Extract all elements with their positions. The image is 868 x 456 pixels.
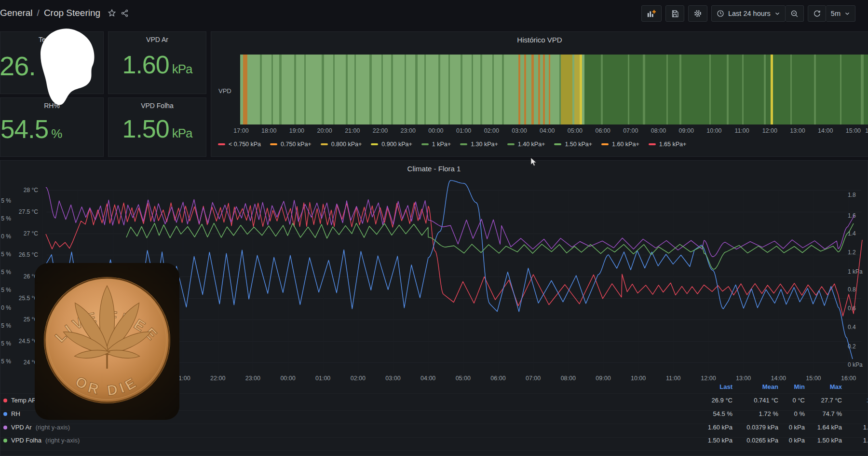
stat-panel-vpd-ar[interactable]: VPD Ar 1.60kPa bbox=[108, 31, 206, 94]
legend-item[interactable]: 1.65 kPa+ bbox=[649, 141, 687, 148]
series-axis-note: (right y-axis) bbox=[36, 424, 70, 431]
chevron-down-icon bbox=[844, 11, 850, 16]
y-tick-kpa: 0.8 bbox=[848, 286, 856, 293]
historico-legend: < 0.750 kPa0.750 kPa+0.800 kPa+0.900 kPa… bbox=[218, 141, 686, 148]
breadcrumb-dashboard[interactable]: Crop Steering bbox=[44, 8, 100, 18]
timeline-segment bbox=[744, 55, 764, 124]
timeline-segment bbox=[473, 55, 480, 124]
timeline-segment bbox=[324, 55, 333, 124]
timeline-segment bbox=[393, 55, 405, 124]
legend-item[interactable]: 1.50 kPa+ bbox=[554, 141, 592, 148]
y-tick-percent: 5 % bbox=[0, 287, 11, 293]
y-tick-percent: 0 % bbox=[0, 233, 11, 240]
legend-item[interactable]: 1.30 kPa+ bbox=[460, 141, 498, 148]
legend-table-value: 1.72 % bbox=[759, 410, 778, 417]
vpd-state-timeline[interactable] bbox=[240, 55, 868, 124]
y-tick-kpa: 1.6 bbox=[848, 212, 856, 219]
legend-table-header-mean[interactable]: Mean bbox=[762, 383, 778, 390]
x-tick-label: 01:00 bbox=[456, 127, 471, 134]
stat-value-vpd-ar: 1.60kPa bbox=[108, 50, 206, 79]
legend-item[interactable]: < 0.750 kPa bbox=[218, 141, 261, 148]
legend-color-dash bbox=[421, 143, 429, 145]
timeline-segment bbox=[729, 55, 742, 124]
legend-label: 0.800 kPa+ bbox=[331, 141, 362, 148]
legend-item[interactable]: 1.60 kPa+ bbox=[601, 141, 639, 148]
legend-table-header-min[interactable]: Min bbox=[794, 383, 805, 390]
y-tick-kpa: 1.2 bbox=[848, 249, 856, 256]
x-tick-label: 22:00 bbox=[210, 375, 225, 382]
timeline-segment bbox=[440, 55, 448, 124]
timeline-segment bbox=[494, 55, 502, 124]
timeline-segment bbox=[504, 55, 518, 124]
timeline-segment bbox=[426, 55, 438, 124]
x-tick-label: 16:00 bbox=[841, 375, 856, 382]
star-icon[interactable] bbox=[108, 9, 116, 17]
legend-table-header-last[interactable]: Last bbox=[719, 383, 732, 390]
legend-label: 1.50 kPa+ bbox=[565, 141, 592, 148]
timeline-segment bbox=[766, 55, 771, 124]
x-tick-label: 09:00 bbox=[679, 127, 694, 134]
x-tick-label: 07:00 bbox=[526, 375, 541, 382]
legend-color-dash bbox=[460, 143, 467, 145]
legend-item[interactable]: 0.750 kPa+ bbox=[270, 141, 312, 148]
legend-color-dash bbox=[270, 143, 277, 145]
legend-series-rh[interactable]: RH bbox=[3, 410, 20, 417]
x-tick-label: 13:00 bbox=[790, 127, 805, 134]
x-tick-label: 13:00 bbox=[736, 375, 751, 382]
timeline-segment bbox=[792, 55, 814, 124]
x-tick-label: 15:00 bbox=[806, 375, 821, 382]
timeline-segment bbox=[296, 55, 304, 124]
x-tick-label: 08:00 bbox=[651, 127, 666, 134]
share-icon[interactable] bbox=[121, 9, 129, 17]
save-dashboard-button[interactable] bbox=[665, 5, 684, 22]
time-range-picker[interactable]: Last 24 hours bbox=[711, 5, 786, 22]
x-tick-label: 06:00 bbox=[595, 127, 610, 134]
legend-table-value: 0 kPa bbox=[789, 437, 805, 444]
breadcrumb-folder[interactable]: General bbox=[0, 8, 33, 18]
timeline-segment bbox=[864, 55, 868, 124]
timeline-segment bbox=[520, 55, 524, 124]
legend-label: 1.30 kPa+ bbox=[471, 141, 498, 148]
white-blob-overlay bbox=[36, 26, 106, 109]
x-tick-label: 19:00 bbox=[289, 127, 304, 134]
legend-table-value: 0.741 °C bbox=[754, 397, 778, 404]
timeline-segment bbox=[841, 55, 861, 124]
dashboard-settings-button[interactable] bbox=[688, 5, 707, 22]
x-tick-label: 23:00 bbox=[245, 375, 260, 382]
legend-table-value: 0.0265 kPa bbox=[746, 437, 778, 444]
x-tick-label: 15:00 bbox=[846, 127, 861, 134]
timeline-segment bbox=[372, 55, 381, 124]
legend-table-value: 0 kPa bbox=[789, 424, 805, 431]
x-tick-label: 00:00 bbox=[280, 375, 295, 382]
refresh-interval-picker[interactable]: 5m bbox=[826, 5, 855, 22]
legend-item[interactable]: 0.800 kPa+ bbox=[321, 141, 362, 148]
legend-item[interactable]: 0.900 kPa+ bbox=[371, 141, 412, 148]
x-tick-label: 14:00 bbox=[771, 375, 786, 382]
timeline-segment bbox=[555, 55, 559, 124]
x-tick-label: 14:00 bbox=[818, 127, 833, 134]
timeline-segment bbox=[584, 55, 601, 124]
add-panel-button[interactable] bbox=[641, 5, 662, 22]
legend-series-vpd-ar[interactable]: VPD Ar(right y-axis) bbox=[3, 424, 70, 431]
legend-item[interactable]: 1.40 kPa+ bbox=[507, 141, 545, 148]
timeline-segment bbox=[306, 55, 322, 124]
x-tick-label: 12:00 bbox=[762, 127, 777, 134]
legend-table-header-max[interactable]: Max bbox=[830, 383, 842, 390]
zoom-out-time-button[interactable] bbox=[786, 5, 804, 22]
series-color-dot bbox=[3, 399, 7, 402]
series-name: VPD Folha bbox=[11, 437, 41, 444]
timeline-segment bbox=[383, 55, 391, 124]
x-tick-label: 10:00 bbox=[706, 127, 721, 134]
timeline-segment bbox=[356, 55, 369, 124]
refresh-button[interactable] bbox=[808, 5, 826, 22]
timeline-segment bbox=[773, 55, 790, 124]
legend-series-temp-ar[interactable]: Temp AR bbox=[3, 397, 37, 404]
legend-table-value: 0 % bbox=[794, 410, 805, 417]
legend-table-value: 1.50 kPa bbox=[863, 437, 868, 444]
legend-series-vpd-folha[interactable]: VPD Folha(right y-axis) bbox=[3, 437, 80, 444]
legend-item[interactable]: 1 kPa+ bbox=[421, 141, 451, 148]
timeline-segment bbox=[681, 55, 709, 124]
x-tick-label: 09:00 bbox=[596, 375, 610, 382]
breadcrumb-separator: / bbox=[37, 8, 40, 18]
live-free-or-die-coin: LIVE FREE OR DIE bbox=[35, 263, 179, 420]
